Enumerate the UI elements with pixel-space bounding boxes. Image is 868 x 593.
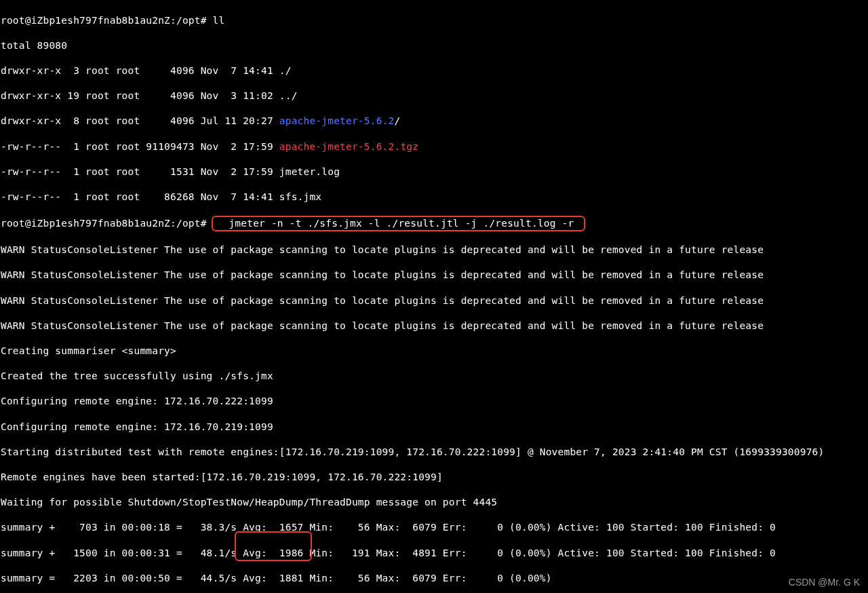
- ls-row: drwxr-xr-x 19 root root 4096 Nov 3 11:02…: [1, 90, 867, 102]
- dir-link: apache-jmeter-5.6.2: [279, 115, 395, 126]
- ls-row: drwxr-xr-x 3 root root 4096 Nov 7 14:41 …: [1, 64, 867, 77]
- prompt-line: root@iZbp1esh797fnab8b1au2nZ:/opt# ll: [1, 14, 867, 27]
- terminal-screen[interactable]: root@iZbp1esh797fnab8b1au2nZ:/opt# ll to…: [0, 0, 868, 593]
- warn-line: WARN StatusConsoleListener The use of pa…: [1, 244, 867, 256]
- run-line: Creating summariser <summary>: [1, 345, 867, 358]
- highlighted-result-files: [235, 531, 312, 561]
- summary-line: summary + 1500 in 00:00:31 = 48.1/s Avg:…: [1, 547, 867, 560]
- run-line: Created the tree successfully using ./sf…: [1, 370, 867, 383]
- run-line: Waiting for possible Shutdown/StopTestNo…: [1, 496, 867, 509]
- run-line: Configuring remote engine: 172.16.70.222…: [1, 395, 867, 408]
- run-line: Configuring remote engine: 172.16.70.219…: [1, 421, 867, 434]
- ls-total: total 89080: [1, 39, 867, 52]
- run-line: Remote engines have been started:[172.16…: [1, 471, 867, 484]
- watermark-label: CSDN @Mr. G K: [789, 576, 860, 589]
- archive-file: apache-jmeter-5.6.2.tgz: [279, 141, 418, 152]
- run-line: Starting distributed test with remote en…: [1, 446, 867, 459]
- warn-line: WARN StatusConsoleListener The use of pa…: [1, 294, 867, 307]
- ls-row: -rw-r--r-- 1 root root 1531 Nov 2 17:59 …: [1, 166, 867, 178]
- ls-row: -rw-r--r-- 1 root root 86268 Nov 7 14:41…: [1, 191, 867, 204]
- warn-line: WARN StatusConsoleListener The use of pa…: [1, 269, 867, 282]
- prompt-line: root@iZbp1esh797fnab8b1au2nZ:/opt# jmete…: [1, 216, 867, 231]
- summary-line: summary + 703 in 00:00:18 = 38.3/s Avg: …: [1, 521, 867, 534]
- ls-row: -rw-r--r-- 1 root root 91109473 Nov 2 17…: [1, 140, 867, 153]
- highlighted-command: jmeter -n -t ./sfs.jmx -l ./result.jtl -…: [212, 216, 586, 231]
- warn-line: WARN StatusConsoleListener The use of pa…: [1, 320, 867, 332]
- ls-row: drwxr-xr-x 8 root root 4096 Jul 11 20:27…: [1, 115, 867, 128]
- summary-line: summary = 2203 in 00:00:50 = 44.5/s Avg:…: [1, 572, 867, 585]
